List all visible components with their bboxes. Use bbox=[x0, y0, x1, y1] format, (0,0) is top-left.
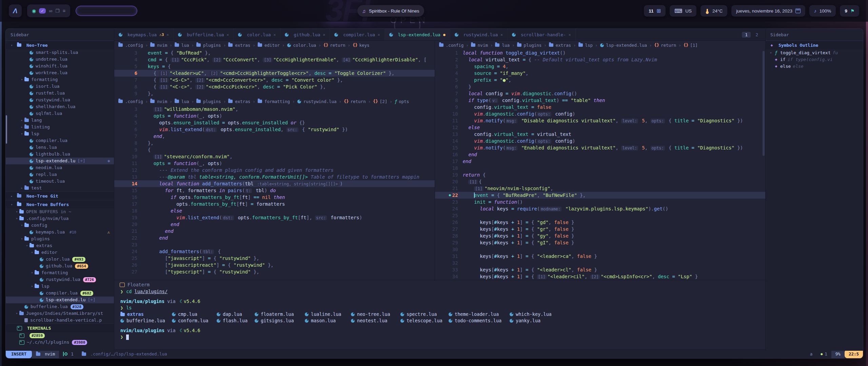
code-line[interactable]: 14 vim.diagnostic.config(opts: config) bbox=[435, 138, 765, 144]
sidebar-scrollbar-handle[interactable] bbox=[6, 115, 7, 144]
tree-item[interactable]: lsp-extended.lu[+] bbox=[6, 297, 114, 303]
section-header-neo-tree-git[interactable]: ▸Neo-Tree Git bbox=[6, 191, 114, 200]
code-line[interactable]: 2 local virtual_text = { -- Default virt… bbox=[435, 56, 765, 63]
section-header-neo-tree[interactable]: ▾Neo-Tree bbox=[6, 41, 114, 49]
code-line[interactable]: 12 --- Extend the conform plugin config … bbox=[114, 167, 435, 174]
section-header-neo-tree-buffers[interactable]: ▾Neo-Tree Buffers bbox=[6, 200, 114, 208]
date-pill[interactable]: jueves, noviembre 16, 2023 bbox=[731, 5, 805, 17]
code-line[interactable]: 20 end bbox=[114, 221, 435, 228]
code-line[interactable]: 5 prefix = "●", bbox=[435, 77, 765, 83]
outline-item[interactable]: ◈ifif type(config.vi bbox=[766, 56, 863, 63]
code-line[interactable]: 7 { [1]"<S-C>", [2]"<cmd>CccConvert<cr>"… bbox=[114, 77, 435, 83]
code-line[interactable]: 11 opts = function(_, opts) bbox=[114, 160, 435, 167]
tree-item[interactable]: lens.lua bbox=[6, 144, 114, 151]
breadcrumb-item[interactable]: extras bbox=[228, 99, 250, 104]
breadcrumb-item[interactable]: {}[1] bbox=[684, 43, 698, 48]
code-line[interactable]: 32 bbox=[435, 260, 765, 266]
breadcrumb-item[interactable]: nvim bbox=[150, 43, 167, 48]
breadcrumb-item[interactable]: .config bbox=[118, 99, 143, 104]
tree-item[interactable]: ▾lsp bbox=[6, 130, 114, 137]
code-line[interactable]: 16 if opts.formatters_by_ft[ft] == nil t… bbox=[114, 194, 435, 201]
code-line[interactable]: 6 } bbox=[435, 83, 765, 90]
tab-github-lua[interactable]: github.lua✕ bbox=[280, 29, 330, 40]
breadcrumb-item[interactable]: {}[2] bbox=[373, 99, 387, 104]
breadcrumb-item[interactable]: {}return bbox=[654, 43, 676, 48]
code-line[interactable]: 27 ["typescript"] = { "rustywind" }, bbox=[114, 268, 435, 275]
tree-item[interactable]: winshift.lua bbox=[6, 63, 114, 69]
tab-rustywind-lua[interactable]: rustywind.lua✕ bbox=[450, 29, 508, 40]
breadcrumb-item[interactable]: .config bbox=[439, 43, 464, 48]
code-line[interactable]: 24 add_formatters(tbl: { bbox=[114, 248, 435, 255]
code-line[interactable]: 16 end bbox=[435, 151, 765, 158]
tab-lsp-extended-lua[interactable]: lsp-extended.lua● bbox=[385, 29, 450, 40]
breadcrumb-item[interactable]: nvim bbox=[471, 43, 488, 48]
close-icon[interactable]: ✕ bbox=[274, 33, 276, 37]
tree-item[interactable]: isort.lua bbox=[6, 83, 114, 90]
tab-page-1[interactable]: 1 bbox=[742, 32, 751, 38]
code-line[interactable]: ●22 event = { "BufReadPre", "BufNewFile"… bbox=[435, 192, 765, 199]
tab-color-lua[interactable]: color.lua✕ bbox=[234, 29, 280, 40]
symbols-outline-header[interactable]: ◈ Symbols Outline bbox=[766, 41, 863, 49]
code-line[interactable]: 31 keys[#keys + 1] = { "<leader>ca", fal… bbox=[435, 253, 765, 260]
code-line[interactable]: 15 vim.notify(msg: "Enabled diagnostics … bbox=[435, 144, 765, 151]
tree-item[interactable]: rustfmt.lua bbox=[6, 90, 114, 97]
close-icon[interactable]: ✕ bbox=[569, 33, 571, 37]
tab-bufferline-lua[interactable]: bufferline.lua✕ bbox=[174, 29, 234, 40]
code-line[interactable]: 34 keys[#keys + 1] = { [1]"<leader>cil",… bbox=[435, 273, 765, 280]
code-line[interactable]: 9 config.virtual_text = false bbox=[435, 104, 765, 110]
section-header-terminals[interactable]: TERMINALS bbox=[6, 324, 114, 332]
code-line[interactable]: 10 [1]"stevearc/conform.nvim", bbox=[114, 153, 435, 160]
code-line[interactable]: 15 for ft, formatters in pairs(t: tbl) d… bbox=[114, 187, 435, 194]
tree-item[interactable]: ~/.c/n/l/plugins#3980 bbox=[6, 339, 114, 346]
code-line[interactable]: 24 local keys = require(modname: "lazyvi… bbox=[435, 205, 765, 212]
tree-item[interactable]: ▾Juegos/Indies/SteamLibrary/st bbox=[6, 310, 114, 317]
code-line[interactable]: 21 [1]"neovim/nvim-lspconfig", bbox=[435, 185, 765, 192]
volume-pill[interactable]: ♪ 100% bbox=[809, 5, 836, 17]
tree-item[interactable]: lsp-extended.lu[+]◉ bbox=[6, 158, 114, 164]
tree-item[interactable]: ▾config bbox=[6, 222, 114, 229]
breadcrumb-item[interactable]: plugins bbox=[196, 99, 221, 104]
code-line[interactable]: 10 vim.diagnostic.config(opts: config) bbox=[435, 110, 765, 117]
tree-item[interactable]: scrollbar-handle-vertical.p bbox=[6, 317, 114, 324]
code-line[interactable]: 18 else bbox=[114, 207, 435, 214]
breadcrumb-item[interactable]: lua bbox=[175, 99, 189, 104]
breadcrumb-item[interactable]: lsp-extended.lua bbox=[600, 43, 647, 48]
code-line[interactable]: 7 end, bbox=[114, 133, 435, 140]
notifications-pill[interactable]: 9 ⚑ bbox=[840, 5, 859, 17]
code-line[interactable]: 4 opts = function(_, opts) bbox=[114, 113, 435, 119]
terminal-prompt-line[interactable]: ❯ bbox=[114, 334, 765, 340]
code-line[interactable]: 27 keys[#keys + 1] = { "gr", false } bbox=[435, 226, 765, 232]
breadcrumb-item[interactable]: lua bbox=[495, 43, 510, 48]
code-line[interactable]: 25 ["javascript"] = { "rustywind" }, bbox=[114, 255, 435, 262]
close-icon[interactable]: ✕ bbox=[166, 33, 169, 37]
breadcrumb-item[interactable]: nvim bbox=[150, 99, 167, 104]
code-line[interactable]: 26 ["javascriptreact"] = { "rustywind" }… bbox=[114, 262, 435, 268]
breadcrumb-item[interactable]: lsp bbox=[578, 43, 593, 48]
code-line[interactable]: 23 bbox=[114, 241, 435, 248]
code-line[interactable]: 6 { [1]"<leader>uC", [2]"<cmd>CccHighlig… bbox=[114, 70, 435, 77]
code-line[interactable]: 1local function toggle_diag_virtext() bbox=[435, 49, 765, 56]
code-line[interactable]: 13 config.virtual_text = virtual_text bbox=[435, 131, 765, 138]
close-icon[interactable]: ✕ bbox=[500, 33, 503, 37]
tree-item[interactable]: color.lua#493 bbox=[6, 256, 114, 263]
breadcrumb-item[interactable]: lua bbox=[175, 43, 189, 48]
tree-item[interactable]: ▾editor bbox=[6, 249, 114, 256]
close-icon[interactable]: ✕ bbox=[323, 33, 326, 37]
outline-item[interactable]: ▾ƒtoggle_diag_virtextfu bbox=[766, 49, 863, 56]
tree-item[interactable]: github.lua#654 bbox=[6, 263, 114, 269]
code-line[interactable]: 26 keys[#keys + 1] = { "gd", false } bbox=[435, 219, 765, 226]
tree-item[interactable]: ▸linting bbox=[6, 124, 114, 130]
weather-pill[interactable]: 24°C bbox=[701, 5, 727, 17]
terminal-prompt-line[interactable]: ❯ls bbox=[114, 305, 765, 311]
widget-icon[interactable]: ✓ bbox=[39, 8, 46, 14]
tab-compiler-lua[interactable]: compiler.lua✕ bbox=[330, 29, 385, 40]
code-line[interactable]: 17end bbox=[435, 158, 765, 165]
breadcrumb-item[interactable]: rustywind.lua bbox=[297, 99, 337, 104]
code-line[interactable]: 6 vim.list_extend(dst: opts.ensure_insta… bbox=[114, 126, 435, 133]
code-line[interactable]: 13 ---@param tbl table<string, conform.F… bbox=[114, 174, 435, 180]
breadcrumb-item[interactable]: extras bbox=[549, 43, 571, 48]
floaterm-panel[interactable]: Floaterm❯cd lua/plugins/nvim/lua/plugins… bbox=[114, 280, 765, 351]
code-line[interactable]: 11 vim.notify(msg: "Disable diagnostics … bbox=[435, 117, 765, 124]
tree-item[interactable]: compiler.lua#682 bbox=[6, 290, 114, 297]
tree-item[interactable]: ▾formatting bbox=[6, 269, 114, 276]
